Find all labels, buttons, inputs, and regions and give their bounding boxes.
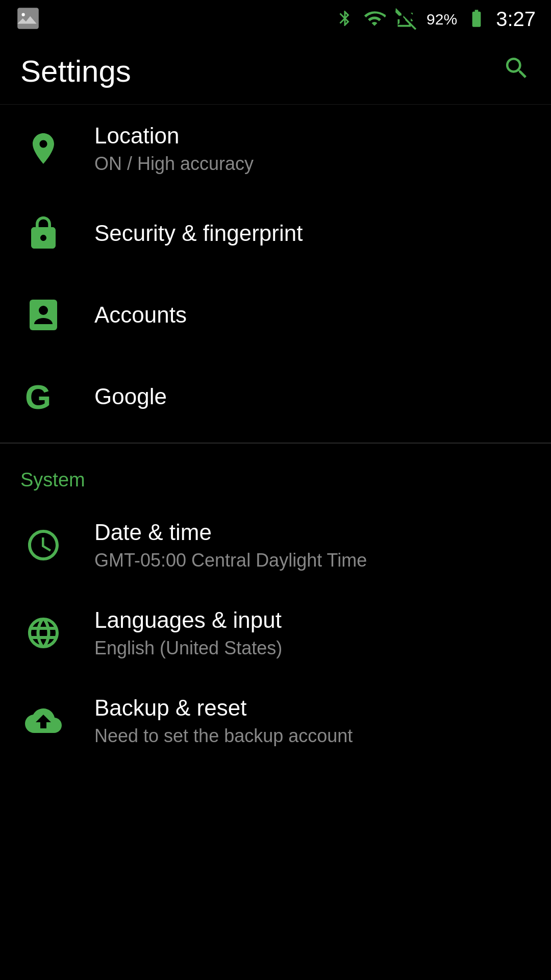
settings-list: Location ON / High accuracy Security & f… (0, 105, 551, 765)
accounts-title: Accounts (94, 302, 187, 329)
svg-point-1 (22, 13, 25, 16)
location-text: Location ON / High accuracy (94, 122, 254, 175)
languages-title: Languages & input (94, 607, 282, 634)
security-text: Security & fingerprint (94, 220, 303, 247)
backup-subtitle: Need to set the backup account (94, 725, 353, 747)
status-bar-left (15, 6, 41, 33)
status-bar-right: 92% 3:27 (336, 7, 536, 32)
datetime-text: Date & time GMT-05:00 Central Daylight T… (94, 519, 367, 571)
bluetooth-icon (336, 9, 354, 30)
search-button[interactable] (503, 54, 531, 88)
battery-percentage: 92% (427, 11, 457, 28)
google-text: Google (94, 383, 167, 410)
system-section-header: System (0, 449, 551, 501)
section-divider (0, 443, 551, 444)
settings-item-accounts[interactable]: Accounts (0, 274, 551, 356)
location-subtitle: ON / High accuracy (94, 153, 254, 175)
accounts-text: Accounts (94, 302, 187, 329)
backup-text: Backup & reset Need to set the backup ac… (94, 695, 353, 747)
languages-text: Languages & input English (United States… (94, 607, 282, 659)
wifi-icon (363, 7, 386, 32)
location-icon (20, 126, 66, 172)
settings-item-backup[interactable]: Backup & reset Need to set the backup ac… (0, 677, 551, 765)
svg-rect-0 (17, 8, 39, 29)
battery-icon (466, 8, 487, 31)
settings-item-languages[interactable]: Languages & input English (United States… (0, 589, 551, 677)
globe-icon (20, 610, 66, 656)
system-label: System (20, 469, 85, 491)
location-title: Location (94, 122, 254, 150)
datetime-title: Date & time (94, 519, 367, 546)
security-title: Security & fingerprint (94, 220, 303, 247)
settings-item-google[interactable]: G Google (0, 356, 551, 437)
settings-item-datetime[interactable]: Date & time GMT-05:00 Central Daylight T… (0, 501, 551, 589)
settings-header: Settings (0, 38, 551, 105)
datetime-subtitle: GMT-05:00 Central Daylight Time (94, 549, 367, 571)
gallery-icon (15, 6, 41, 33)
status-bar: 92% 3:27 (0, 0, 551, 38)
lock-icon (20, 210, 66, 256)
person-icon (20, 292, 66, 338)
google-icon: G (20, 374, 66, 420)
svg-text:G: G (25, 378, 51, 415)
settings-item-security[interactable]: Security & fingerprint (0, 192, 551, 274)
settings-item-location[interactable]: Location ON / High accuracy (0, 105, 551, 192)
svg-point-3 (39, 306, 48, 315)
clock-icon (20, 522, 66, 568)
backup-title: Backup & reset (94, 695, 353, 722)
status-time: 3:27 (496, 8, 536, 31)
languages-subtitle: English (United States) (94, 637, 282, 659)
signal-icon (395, 7, 417, 32)
google-title: Google (94, 383, 167, 410)
cloud-upload-icon (20, 698, 66, 744)
page-title: Settings (20, 54, 131, 89)
